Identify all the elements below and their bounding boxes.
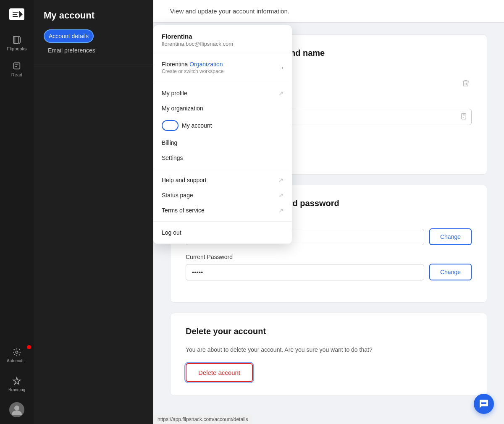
dropdown-my-profile-label: My profile <box>162 90 187 97</box>
dropdown-nav-section: My profile ↗ My organization My account … <box>153 82 292 169</box>
input-corner-icon <box>460 113 467 122</box>
sidebar-item-read-label: Read <box>11 72 22 77</box>
external-link-icon-terms: ↗ <box>278 207 284 214</box>
dropdown-billing[interactable]: Billing <box>153 135 292 150</box>
nav-link-email-preferences[interactable]: Email preferences <box>44 44 100 56</box>
automations-item-wrap: Automati... <box>2 344 32 370</box>
dropdown-help-support[interactable]: Help and support ↗ <box>153 173 292 188</box>
my-account-circle-indicator <box>162 120 178 131</box>
dropdown-org-badge: Organization <box>189 61 223 68</box>
svg-point-3 <box>16 351 18 353</box>
account-nav-title: My account <box>44 10 143 21</box>
dropdown-org-label: Florentina Organization Create or switch… <box>162 61 223 74</box>
nav-link-account-details[interactable]: Account details <box>44 29 94 43</box>
account-nav-header: My account Account details Email prefere… <box>34 0 153 65</box>
password-input[interactable] <box>186 264 424 280</box>
dropdown-my-organization-label: My organization <box>162 105 203 112</box>
dropdown-my-profile[interactable]: My profile ↗ <box>153 86 292 101</box>
account-nav: My account Account details Email prefere… <box>34 0 153 424</box>
password-change-button[interactable]: Change <box>429 264 472 280</box>
dropdown-status-label: Status page <box>162 192 193 199</box>
chat-button[interactable] <box>474 394 494 414</box>
user-avatar[interactable] <box>9 402 24 417</box>
dropdown-user-email: florentina.boc@flipsnack.com <box>162 41 284 47</box>
sidebar-item-read[interactable]: Read <box>2 58 32 81</box>
sidebar-item-branding[interactable]: Branding <box>2 373 32 395</box>
chat-icon <box>479 399 489 409</box>
sidebar-item-automations-label: Automati... <box>7 359 27 363</box>
url-bar: https://app.flipsnack.com/account/detail… <box>153 415 252 424</box>
sidebar-item-flipbooks-label: Flipbooks <box>7 46 26 51</box>
user-dropdown: Florentina florentina.boc@flipsnack.com … <box>153 25 292 244</box>
password-field-block: Current Password Change <box>186 254 472 280</box>
sidebar-item-branding-label: Branding <box>8 387 25 392</box>
dropdown-org-sub: Create or switch workspace <box>162 68 223 74</box>
main-header: View and update your account information… <box>153 0 504 23</box>
automations-badge <box>27 345 31 349</box>
external-link-icon-profile: ↗ <box>278 90 284 97</box>
email-change-button[interactable]: Change <box>429 228 472 245</box>
dropdown-user-info: Florentina florentina.boc@flipsnack.com <box>153 25 292 53</box>
dropdown-support-section: Help and support ↗ Status page ↗ Terms o… <box>153 169 292 222</box>
external-link-icon-status: ↗ <box>278 192 284 199</box>
dropdown-terms[interactable]: Terms of service ↗ <box>153 203 292 218</box>
dropdown-settings-label: Settings <box>162 154 183 161</box>
dropdown-terms-label: Terms of service <box>162 207 205 214</box>
dropdown-settings[interactable]: Settings <box>153 150 292 165</box>
main-header-description: View and update your account information… <box>170 8 289 15</box>
account-nav-links: Account details Email preferences <box>44 29 143 56</box>
dropdown-logout-label: Log out <box>162 229 181 236</box>
svg-rect-1 <box>13 37 19 44</box>
dropdown-my-organization[interactable]: My organization <box>153 101 292 116</box>
dropdown-status-page[interactable]: Status page ↗ <box>153 188 292 203</box>
svg-rect-6 <box>462 113 466 119</box>
main-content-area: View and update your account information… <box>153 0 504 424</box>
dropdown-logout[interactable]: Log out <box>153 225 292 240</box>
card-delete: Delete your account You are about to del… <box>170 313 487 396</box>
app-logo[interactable] <box>8 7 26 22</box>
sidebar-bottom: Automati... Branding <box>0 344 34 424</box>
delete-description: You are about to delete your account. Ar… <box>186 346 472 353</box>
dropdown-my-account-label: My account <box>182 122 212 129</box>
card-delete-title: Delete your account <box>186 327 472 336</box>
dropdown-billing-label: Billing <box>162 139 177 146</box>
dropdown-user-name: Florentina <box>162 33 284 40</box>
svg-rect-2 <box>14 63 20 69</box>
sidebar: Flipbooks Read Automati... Branding <box>0 0 34 424</box>
dropdown-org-section: Florentina Organization Create or switch… <box>153 53 292 82</box>
sidebar-item-flipbooks[interactable]: Flipbooks <box>2 32 32 55</box>
dropdown-help-label: Help and support <box>162 177 207 183</box>
svg-point-5 <box>14 406 19 411</box>
dropdown-org-item[interactable]: Florentina Organization Create or switch… <box>153 57 292 79</box>
dropdown-my-account[interactable]: My account <box>153 116 292 135</box>
delete-image-button[interactable] <box>460 77 472 91</box>
dropdown-org-chevron: › <box>281 64 284 71</box>
dropdown-logout-section: Log out <box>153 222 292 244</box>
password-label: Current Password <box>186 254 472 260</box>
external-link-icon-help: ↗ <box>278 177 284 183</box>
delete-account-button[interactable]: Delete account <box>186 363 253 382</box>
